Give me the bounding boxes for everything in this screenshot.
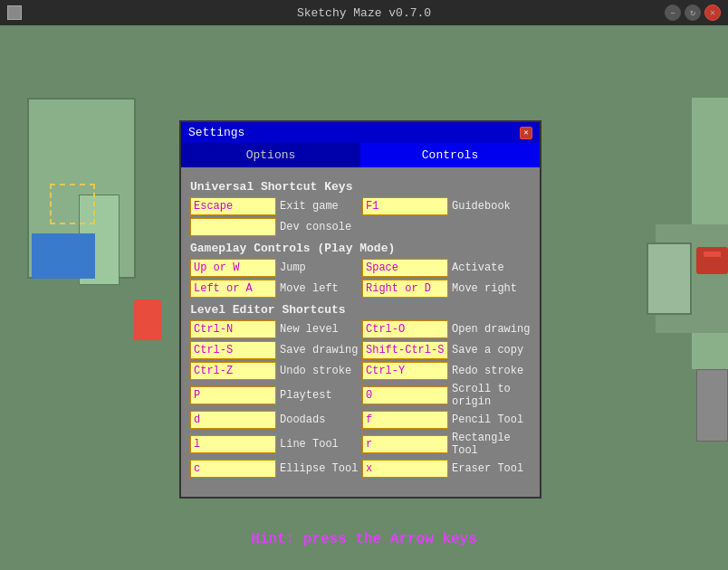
label-scroll-origin: Scroll to origin xyxy=(452,383,531,408)
key-row-devconsole: Dev console xyxy=(190,218,531,236)
tab-options[interactable]: Options xyxy=(181,143,360,167)
key-c[interactable] xyxy=(190,460,276,478)
key-x[interactable] xyxy=(362,460,448,478)
label-guidebook: Guidebook xyxy=(452,200,531,213)
dialog-title-bar: Settings ✕ xyxy=(181,122,540,143)
window-title: Sketchy Maze v0.7.0 xyxy=(297,6,431,20)
key-shift-ctrl-s[interactable] xyxy=(362,341,448,359)
key-ctrl-s[interactable] xyxy=(190,341,276,359)
key-ctrl-y[interactable] xyxy=(362,362,448,380)
key-0[interactable] xyxy=(362,386,448,404)
label-rectangle-tool: Rectangle Tool xyxy=(452,432,531,457)
hint-text: Hint: press the Arrow keys xyxy=(0,531,728,547)
label-playtest: Playtest xyxy=(280,389,359,402)
minimize-button[interactable]: – xyxy=(665,5,681,21)
key-f1[interactable] xyxy=(362,197,448,215)
section-editor-header: Level Editor Shortcuts xyxy=(190,303,531,317)
label-pencil-tool: Pencil Tool xyxy=(452,413,531,426)
title-bar-buttons: – ↻ ✕ xyxy=(665,5,721,21)
key-ctrl-o[interactable] xyxy=(362,320,448,338)
key-space[interactable] xyxy=(362,259,448,277)
dialog-title: Settings xyxy=(188,126,244,139)
dialog-content: Universal Shortcut Keys Exit game Guideb… xyxy=(181,167,540,497)
label-doodads: Doodads xyxy=(280,413,359,426)
key-ctrl-n[interactable] xyxy=(190,320,276,338)
label-save-drawing: Save drawing xyxy=(280,344,359,356)
key-row-new: New level Open drawing xyxy=(190,320,531,338)
dialog-close-button[interactable]: ✕ xyxy=(520,127,532,139)
key-devconsole[interactable] xyxy=(190,218,276,236)
section-gameplay-header: Gameplay Controls (Play Mode) xyxy=(190,242,531,255)
key-r[interactable] xyxy=(362,435,448,453)
label-dev-console: Dev console xyxy=(280,221,531,233)
close-button[interactable]: ✕ xyxy=(704,5,721,21)
key-p[interactable] xyxy=(190,386,276,404)
label-save-copy: Save a copy xyxy=(452,344,531,356)
label-redo-stroke: Redo stroke xyxy=(452,365,531,377)
right-inner xyxy=(647,242,692,315)
section-universal-header: Universal Shortcut Keys xyxy=(190,180,531,194)
key-row-move: Move left Move right xyxy=(190,280,531,298)
label-move-right: Move right xyxy=(452,282,531,295)
label-eraser-tool: Eraser Tool xyxy=(452,462,531,475)
key-escape[interactable] xyxy=(190,197,276,215)
key-right-d[interactable] xyxy=(362,280,448,298)
key-up-w[interactable] xyxy=(190,259,276,277)
label-open-drawing: Open drawing xyxy=(452,323,531,336)
red-enemy xyxy=(696,247,728,274)
game-area: Hint: press the Arrow keys Settings ✕ Op… xyxy=(0,25,728,570)
app-icon xyxy=(7,5,22,20)
key-row-ellipse: Ellipse Tool Eraser Tool xyxy=(190,460,531,478)
key-row-doodads: Doodads Pencil Tool xyxy=(190,411,531,429)
tab-controls[interactable]: Controls xyxy=(360,143,540,167)
key-d[interactable] xyxy=(190,411,276,429)
label-line-tool: Line Tool xyxy=(280,438,359,451)
label-jump: Jump xyxy=(280,261,359,274)
key-l[interactable] xyxy=(190,435,276,453)
maximize-button[interactable]: ↻ xyxy=(685,5,701,21)
blue-block xyxy=(32,233,95,279)
label-exit-game: Exit game xyxy=(280,200,359,213)
title-bar: Sketchy Maze v0.7.0 – ↻ ✕ xyxy=(0,0,728,25)
key-row-save: Save drawing Save a copy xyxy=(190,341,531,359)
tab-row: Options Controls xyxy=(181,143,540,167)
settings-dialog: Settings ✕ Options Controls Universal Sh… xyxy=(179,120,541,499)
key-f[interactable] xyxy=(362,411,448,429)
key-row-line: Line Tool Rectangle Tool xyxy=(190,432,531,457)
key-left-a[interactable] xyxy=(190,280,276,298)
label-activate: Activate xyxy=(452,261,531,274)
key-row-playtest: Playtest Scroll to origin xyxy=(190,383,531,408)
label-new-level: New level xyxy=(280,323,359,336)
label-move-left: Move left xyxy=(280,282,359,295)
key-ctrl-z[interactable] xyxy=(190,362,276,380)
side-gadget xyxy=(696,369,728,442)
label-ellipse-tool: Ellipse Tool xyxy=(280,462,359,475)
label-undo-stroke: Undo stroke xyxy=(280,365,359,377)
key-row-jump: Jump Activate xyxy=(190,259,531,277)
title-bar-left xyxy=(7,5,22,20)
key-row-escape: Exit game Guidebook xyxy=(190,197,531,215)
dashed-box xyxy=(50,184,95,224)
key-row-undo: Undo stroke Redo stroke xyxy=(190,362,531,380)
player-character xyxy=(134,299,161,340)
